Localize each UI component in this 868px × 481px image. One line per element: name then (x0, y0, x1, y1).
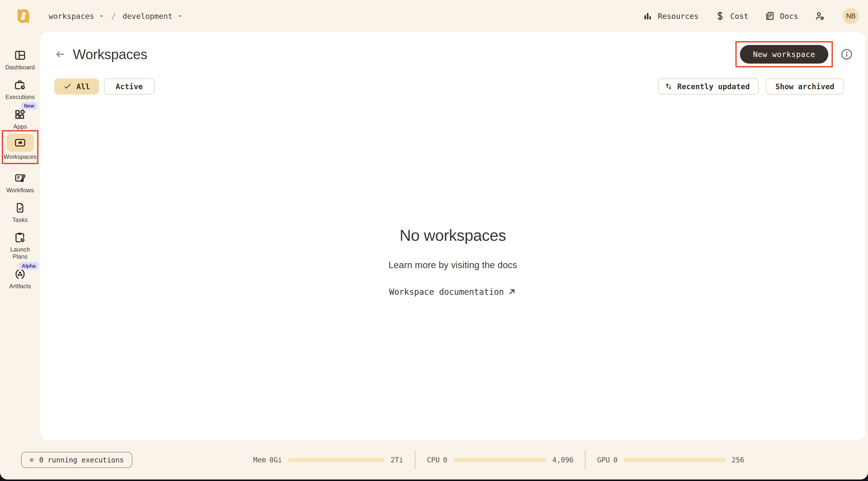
running-executions-pill[interactable]: 0 running executions (21, 452, 132, 468)
status-dot-icon (30, 458, 34, 462)
statusbar-divider (415, 451, 415, 469)
nav-cost-label: Cost (731, 12, 748, 21)
nav-docs-label: Docs (780, 12, 798, 21)
chevron-down-icon[interactable] (98, 13, 105, 19)
gpu-meter-bar (624, 458, 725, 462)
nav-cost[interactable]: Cost (715, 11, 748, 21)
gpu-meter: GPU 0 256 (597, 456, 744, 464)
show-archived-label: Show archived (775, 82, 834, 91)
sidebar-item-label: Tasks (12, 216, 28, 223)
sidebar-item-apps[interactable]: New Apps (0, 108, 40, 130)
info-icon (840, 48, 853, 61)
sidebar: Dashboard Executions New (0, 32, 40, 440)
sidebar-item-artifacts[interactable]: Alpha Artifacts (0, 268, 40, 290)
filter-active-chip[interactable]: Active (104, 79, 154, 94)
avatar[interactable]: NB (843, 8, 859, 24)
memory-meter-label: Mem (253, 456, 266, 464)
sort-button-label: Recently updated (677, 82, 750, 91)
dollar-icon (715, 11, 725, 21)
empty-state-title: No workspaces (400, 226, 506, 244)
sidebar-item-label: Apps (13, 123, 27, 130)
sidebar-item-label: Workflows (6, 187, 34, 194)
workspaces-icon (13, 136, 27, 149)
chevron-down-icon[interactable] (177, 13, 183, 19)
sidebar-item-dashboard[interactable]: Dashboard (0, 49, 40, 71)
sidebar-item-launch-plans[interactable]: Launch Plans (0, 231, 40, 260)
annotation-box-workspaces: Workspaces (2, 130, 38, 164)
empty-state: No workspaces Learn more by visiting the… (40, 226, 866, 297)
sidebar-item-label: Artifacts (9, 283, 31, 290)
apps-icon (13, 108, 27, 121)
memory-meter-max: 2Ti (391, 456, 403, 464)
sidebar-item-label: Executions (5, 93, 35, 100)
sidebar-item-workspaces[interactable]: Workspaces (0, 130, 40, 164)
gpu-meter-value: 0 (613, 456, 618, 464)
user-settings-button[interactable] (814, 10, 825, 22)
sidebar-item-label: Launch Plans (7, 246, 33, 260)
new-workspace-button[interactable]: New workspace (740, 45, 828, 64)
back-arrow-icon (55, 49, 66, 60)
filter-toolbar: All Active Recently updated S (40, 79, 866, 94)
bar-chart-icon (642, 11, 653, 21)
running-executions-label: 0 running executions (39, 456, 124, 464)
sort-arrows-icon (664, 82, 674, 91)
status-bar: 0 running executions Mem 0Gi 2Ti CPU 0 4… (0, 440, 868, 480)
user-gear-icon (814, 10, 825, 22)
cpu-meter: CPU 0 4,096 (427, 456, 574, 464)
filter-active-label: Active (116, 82, 143, 91)
sort-button[interactable]: Recently updated (658, 79, 759, 94)
breadcrumb: workspaces / development (49, 11, 183, 21)
active-item-highlight (6, 134, 34, 152)
top-bar: workspaces / development Resources (0, 0, 868, 32)
tasks-icon (13, 201, 27, 214)
breadcrumb-domain[interactable]: development (123, 12, 173, 21)
external-link-icon (507, 288, 516, 297)
info-button[interactable] (840, 48, 853, 61)
resource-meters: Mem 0Gi 2Ti CPU 0 4,096 GPU 0 256 (253, 452, 744, 468)
annotation-box-new-workspace: New workspace (735, 41, 833, 67)
cpu-meter-value: 0 (443, 456, 447, 464)
memory-meter-value: 0Gi (270, 456, 282, 464)
breadcrumb-project[interactable]: workspaces (49, 12, 94, 21)
page-title: Workspaces (73, 46, 148, 62)
nav-resources-label: Resources (658, 12, 699, 21)
executions-icon (13, 79, 27, 91)
filter-all-chip[interactable]: All (54, 79, 99, 94)
top-nav: Resources Cost Docs (642, 8, 859, 24)
cpu-meter-label: CPU (427, 456, 440, 464)
memory-meter-bar (288, 458, 384, 462)
nav-docs[interactable]: Docs (765, 11, 798, 21)
gpu-meter-label: GPU (597, 456, 610, 464)
workflows-icon (13, 172, 27, 185)
sidebar-item-label: Dashboard (5, 64, 35, 71)
cpu-meter-max: 4,096 (552, 456, 574, 464)
workspace-documentation-label: Workspace documentation (389, 287, 504, 297)
avatar-initials: NB (846, 12, 856, 20)
gpu-meter-max: 256 (732, 456, 744, 464)
union-logo-icon[interactable] (13, 6, 33, 26)
docs-icon (765, 11, 775, 21)
alpha-badge: Alpha (19, 262, 39, 270)
dashboard-icon (13, 49, 27, 62)
cpu-meter-bar (453, 458, 546, 462)
breadcrumb-separator: / (111, 11, 116, 21)
statusbar-divider (585, 451, 585, 469)
memory-meter: Mem 0Gi 2Ti (253, 456, 403, 464)
empty-state-subtitle: Learn more by visiting the docs (389, 260, 517, 270)
sidebar-item-tasks[interactable]: Tasks (0, 201, 40, 223)
workspace-documentation-link[interactable]: Workspace documentation (389, 287, 517, 297)
nav-resources[interactable]: Resources (642, 11, 699, 21)
show-archived-button[interactable]: Show archived (766, 79, 844, 94)
sidebar-item-executions[interactable]: Executions (0, 79, 40, 100)
main-panel: Workspaces New workspace (40, 32, 866, 440)
check-icon (63, 82, 72, 91)
filter-all-label: All (76, 82, 90, 91)
page-header: Workspaces New workspace (40, 32, 866, 67)
app-window: workspaces / development Resources (0, 0, 868, 480)
launch-plans-icon (13, 231, 27, 244)
sidebar-item-workflows[interactable]: Workflows (0, 172, 40, 194)
new-badge: New (21, 102, 37, 110)
back-button[interactable] (54, 48, 66, 60)
sidebar-item-label: Workspaces (3, 153, 37, 160)
